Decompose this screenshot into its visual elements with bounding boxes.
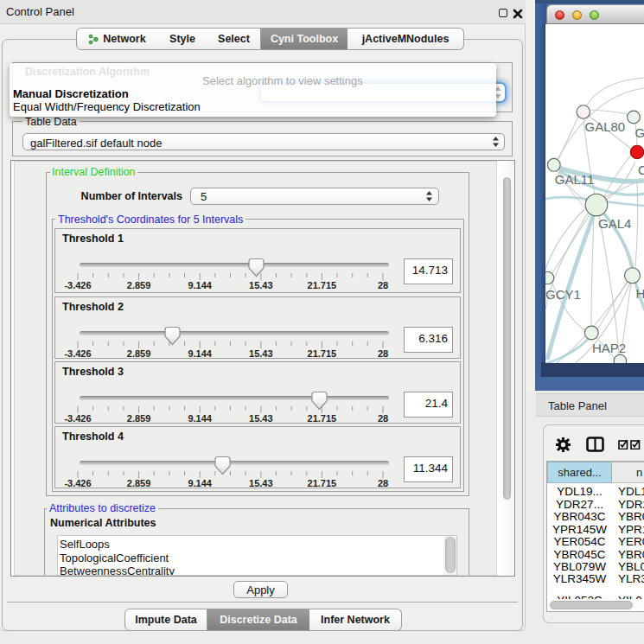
svg-text:GAL4: GAL4 (598, 216, 631, 231)
svg-text:GAL80: GAL80 (585, 119, 626, 134)
svg-text:C: C (638, 163, 644, 177)
svg-text:GAL11: GAL11 (555, 172, 595, 187)
svg-text:H: H (636, 286, 644, 301)
svg-text:GA: GA (635, 125, 644, 140)
svg-text:HAP2: HAP2 (592, 341, 626, 355)
svg-text:GCY1: GCY1 (545, 287, 581, 302)
